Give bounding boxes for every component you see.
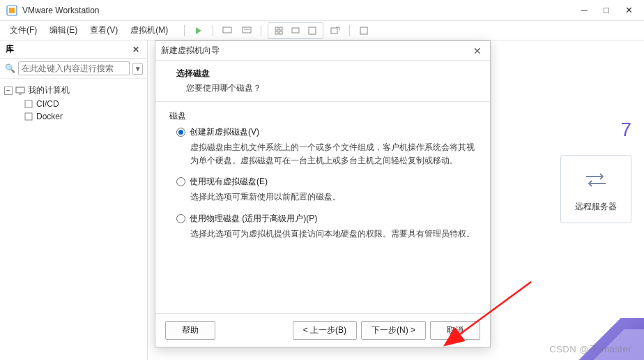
radio-label: 使用物理磁盘 (适用于高级用户)(P) (190, 213, 317, 225)
radio-desc: 选择此选项可重新使用以前配置的磁盘。 (190, 190, 476, 204)
radio-icon[interactable] (176, 128, 185, 137)
tree-item-docker[interactable]: Docker (22, 110, 144, 123)
next-button[interactable]: 下一步(N) > (361, 321, 426, 340)
separator (184, 25, 185, 36)
separator (261, 25, 261, 36)
close-button[interactable]: ✕ (619, 3, 638, 17)
radio-use-existing-disk[interactable]: 使用现有虚拟磁盘(E) (176, 176, 476, 188)
radio-use-physical-disk[interactable]: 使用物理磁盘 (适用于高级用户)(P) (176, 213, 476, 225)
separator (213, 25, 213, 36)
minimize-button[interactable]: ─ (574, 3, 594, 17)
connect-remote-card[interactable]: 远程服务器 (560, 155, 631, 223)
dialog-body: 磁盘 创建新虚拟磁盘(V) 虚拟磁盘由主机文件系统上的一个或多个文件组成，客户机… (155, 102, 490, 313)
tree-item-cicd[interactable]: CI/CD (22, 98, 144, 110)
svg-rect-11 (309, 27, 316, 34)
library-sidebar: 库 ✕ 🔍 ▼ − 我的计算机 CI/CD Docker (0, 40, 148, 360)
toolbar-group (268, 22, 323, 39)
fullscreen-icon[interactable] (356, 24, 371, 38)
sidebar-title: 库 (6, 43, 130, 55)
window-controls: ─ □ ✕ (574, 3, 638, 17)
search-icon: 🔍 (4, 63, 15, 73)
screen2-icon[interactable] (239, 24, 254, 38)
dialog-heading: 选择磁盘 (176, 68, 477, 80)
menu-vm[interactable]: 虚拟机(M) (125, 22, 174, 38)
monitor-icon[interactable] (288, 24, 303, 38)
tree-item-label: Docker (36, 112, 63, 121)
search-row: 🔍 ▼ (0, 59, 147, 79)
toolbar (182, 22, 371, 39)
radio-desc: 选择此选项可为虚拟机提供直接访问本地硬盘的权限。需要具有管理员特权。 (190, 227, 476, 241)
dialog-title: 新建虚拟机向导 (161, 45, 470, 57)
vm-icon (24, 100, 33, 108)
cancel-button[interactable]: 取消 (430, 321, 480, 340)
right-panel: 7 远程服务器 (555, 119, 631, 223)
tree-root-label: 我的计算机 (28, 84, 70, 96)
main-area: 库 ✕ 🔍 ▼ − 我的计算机 CI/CD Docker (0, 40, 644, 360)
collapse-icon[interactable]: − (4, 87, 13, 95)
expand-icon[interactable] (305, 24, 320, 38)
svg-rect-17 (25, 113, 32, 120)
play-icon[interactable] (191, 24, 206, 38)
search-dropdown-icon[interactable]: ▼ (132, 63, 143, 75)
back-button[interactable]: < 上一步(B) (293, 321, 357, 340)
version-digit: 7 (555, 119, 631, 141)
svg-rect-10 (292, 28, 299, 33)
sidebar-close-icon[interactable]: ✕ (130, 44, 141, 55)
search-input[interactable] (18, 61, 130, 75)
svg-rect-3 (223, 27, 231, 33)
radio-icon[interactable] (176, 214, 185, 223)
svg-rect-14 (16, 87, 24, 93)
grid-icon[interactable] (271, 24, 286, 38)
separator (349, 25, 350, 36)
watermark: CSDN @子-master (549, 343, 631, 356)
maximize-button[interactable]: □ (597, 3, 616, 17)
library-tree: − 我的计算机 CI/CD Docker (0, 79, 147, 127)
radio-label: 使用现有虚拟磁盘(E) (190, 176, 268, 188)
new-vm-wizard-dialog: 新建虚拟机向导 ✕ 选择磁盘 您要使用哪个磁盘？ 磁盘 创建新虚拟磁盘(V) 虚… (155, 40, 491, 347)
connect-remote-label: 远程服务器 (567, 201, 625, 213)
radio-icon[interactable] (176, 177, 185, 186)
svg-rect-8 (275, 31, 278, 34)
dialog-header: 选择磁盘 您要使用哪个磁盘？ (155, 61, 490, 102)
svg-rect-1 (9, 8, 15, 13)
window-titlebar: VMware Workstation ─ □ ✕ (0, 0, 644, 21)
menu-edit[interactable]: 编辑(E) (44, 22, 83, 38)
svg-rect-16 (25, 100, 32, 107)
svg-rect-9 (279, 31, 282, 34)
svg-rect-7 (279, 27, 282, 30)
content-area: 7 远程服务器 新建虚拟机向导 ✕ 选择磁盘 您要使用哪个磁盘？ 磁盘 (148, 40, 644, 360)
svg-marker-2 (196, 27, 201, 34)
app-title: VMware Workstation (22, 6, 574, 15)
tree-root[interactable]: − 我的计算机 (3, 83, 144, 98)
sidebar-header: 库 ✕ (0, 40, 147, 59)
svg-rect-12 (331, 28, 337, 33)
radio-label: 创建新虚拟磁盘(V) (190, 126, 259, 138)
tree-item-label: CI/CD (36, 99, 59, 109)
dialog-footer: 帮助 < 上一步(B) 下一步(N) > 取消 (155, 313, 490, 347)
menu-view[interactable]: 查看(V) (84, 22, 123, 38)
menu-file[interactable]: 文件(F) (4, 22, 43, 38)
svg-rect-6 (275, 27, 278, 30)
dialog-titlebar: 新建虚拟机向导 ✕ (155, 41, 490, 61)
radio-create-new-disk[interactable]: 创建新虚拟磁盘(V) (176, 126, 476, 138)
svg-rect-13 (360, 27, 367, 34)
vm-icon (24, 112, 33, 121)
dialog-close-icon[interactable]: ✕ (470, 44, 484, 58)
dialog-subtext: 您要使用哪个磁盘？ (176, 82, 477, 94)
screen-icon[interactable] (220, 24, 235, 38)
disk-group-label: 磁盘 (169, 110, 476, 122)
computer-icon (15, 87, 25, 95)
menu-bar: 文件(F) 编辑(E) 查看(V) 虚拟机(M) (0, 21, 644, 40)
radio-desc: 虚拟磁盘由主机文件系统上的一个或多个文件组成，客户机操作系统会将其视为单个硬盘。… (190, 141, 476, 167)
app-icon (6, 4, 18, 17)
svg-rect-4 (243, 27, 251, 33)
nav-buttons: < 上一步(B) 下一步(N) > 取消 (293, 321, 480, 340)
help-button[interactable]: 帮助 (165, 321, 215, 340)
launch-icon[interactable] (328, 24, 343, 38)
transfer-icon (567, 170, 625, 193)
